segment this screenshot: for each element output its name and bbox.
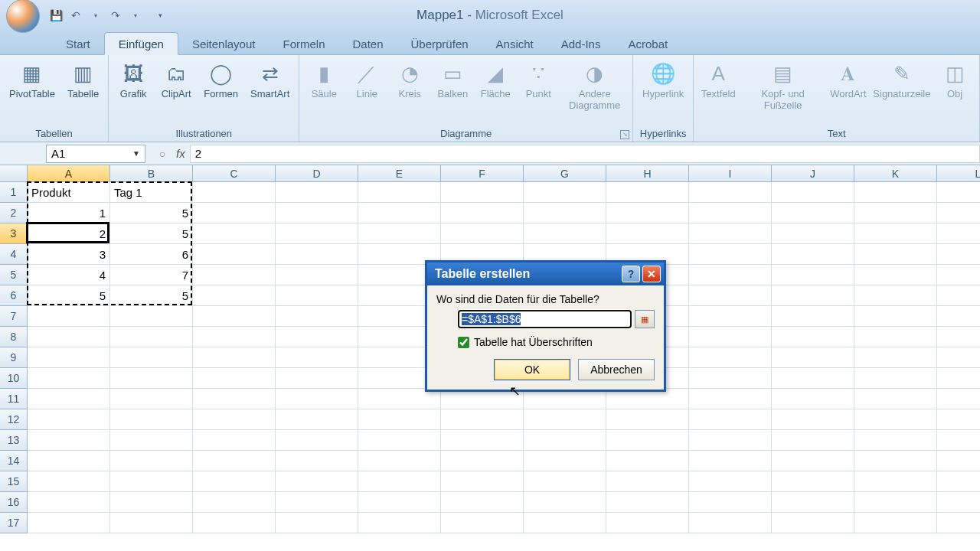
cell-D7[interactable] xyxy=(276,306,358,327)
cell-J2[interactable] xyxy=(772,203,854,223)
cell-D17[interactable] xyxy=(276,513,358,533)
chevron-down-icon[interactable]: ▼ xyxy=(132,149,140,158)
cell-J15[interactable] xyxy=(772,471,854,492)
cell-B11[interactable] xyxy=(110,389,193,409)
cell-H14[interactable] xyxy=(606,451,689,471)
row-header-3[interactable]: 3 xyxy=(0,223,28,244)
cell-L12[interactable] xyxy=(937,409,980,430)
cell-J17[interactable] xyxy=(772,513,854,533)
cell-C17[interactable] xyxy=(193,513,276,533)
cell-A17[interactable] xyxy=(28,513,110,533)
help-icon[interactable]: ? xyxy=(622,266,640,282)
headers-checkbox[interactable] xyxy=(458,337,469,348)
cell-F15[interactable] xyxy=(441,471,524,492)
cell-L13[interactable] xyxy=(937,430,980,451)
cell-J10[interactable] xyxy=(772,368,854,389)
cell-A13[interactable] xyxy=(28,430,110,451)
cell-L17[interactable] xyxy=(937,513,980,533)
cell-E2[interactable] xyxy=(358,203,441,223)
cell-I10[interactable] xyxy=(689,368,772,389)
cell-I3[interactable] xyxy=(689,223,772,244)
cell-H2[interactable] xyxy=(606,203,689,223)
cell-F16[interactable] xyxy=(441,492,524,513)
grafik-button[interactable]: 🖼Grafik xyxy=(113,58,153,102)
row-header-8[interactable]: 8 xyxy=(0,327,28,347)
formula-input[interactable]: 2 xyxy=(190,145,980,163)
cell-L15[interactable] xyxy=(937,471,980,492)
cell-F2[interactable] xyxy=(441,203,524,223)
cell-G15[interactable] xyxy=(524,471,606,492)
tabelle-button[interactable]: ▥Tabelle xyxy=(63,58,103,102)
cell-E15[interactable] xyxy=(358,471,441,492)
cell-G13[interactable] xyxy=(524,430,606,451)
cell-B17[interactable] xyxy=(110,513,193,533)
cell-F1[interactable] xyxy=(441,182,524,203)
cell-E16[interactable] xyxy=(358,492,441,513)
cell-J6[interactable] xyxy=(772,285,854,306)
col-header-A[interactable]: A xyxy=(28,165,110,182)
cell-C3[interactable] xyxy=(193,223,276,244)
cell-D2[interactable] xyxy=(276,203,358,223)
cell-G1[interactable] xyxy=(524,182,606,203)
cell-I16[interactable] xyxy=(689,492,772,513)
cell-E11[interactable] xyxy=(358,389,441,409)
row-header-14[interactable]: 14 xyxy=(0,451,28,471)
cell-D12[interactable] xyxy=(276,409,358,430)
formen-button[interactable]: ◯Formen xyxy=(199,58,243,102)
cell-B6[interactable]: 5 xyxy=(110,285,193,306)
cell-J12[interactable] xyxy=(772,409,854,430)
cell-A3[interactable]: 2 xyxy=(28,223,110,244)
cell-H15[interactable] xyxy=(606,471,689,492)
cell-L1[interactable] xyxy=(937,182,980,203)
cell-A4[interactable]: 3 xyxy=(28,244,110,265)
cell-J3[interactable] xyxy=(772,223,854,244)
cell-I11[interactable] xyxy=(689,389,772,409)
cell-E12[interactable] xyxy=(358,409,441,430)
cell-D5[interactable] xyxy=(276,265,358,285)
cell-C4[interactable] xyxy=(193,244,276,265)
cell-H17[interactable] xyxy=(606,513,689,533)
cell-G17[interactable] xyxy=(524,513,606,533)
row-header-9[interactable]: 9 xyxy=(0,347,28,368)
row-header-6[interactable]: 6 xyxy=(0,285,28,306)
cell-E13[interactable] xyxy=(358,430,441,451)
cell-D1[interactable] xyxy=(276,182,358,203)
cell-I17[interactable] xyxy=(689,513,772,533)
cell-B2[interactable]: 5 xyxy=(110,203,193,223)
row-header-13[interactable]: 13 xyxy=(0,430,28,451)
cell-C14[interactable] xyxy=(193,451,276,471)
cell-G12[interactable] xyxy=(524,409,606,430)
dialog-launcher-icon[interactable]: ↘ xyxy=(620,130,629,139)
cell-I2[interactable] xyxy=(689,203,772,223)
cell-B8[interactable] xyxy=(110,327,193,347)
cell-L10[interactable] xyxy=(937,368,980,389)
cell-G16[interactable] xyxy=(524,492,606,513)
cell-A2[interactable]: 1 xyxy=(28,203,110,223)
tab-seitenlayout[interactable]: Seitenlayout xyxy=(178,33,270,54)
cell-K13[interactable] xyxy=(854,430,937,451)
cell-I9[interactable] xyxy=(689,347,772,368)
row-header-4[interactable]: 4 xyxy=(0,244,28,265)
cell-L4[interactable] xyxy=(937,244,980,265)
cell-L2[interactable] xyxy=(937,203,980,223)
cell-D16[interactable] xyxy=(276,492,358,513)
row-header-17[interactable]: 17 xyxy=(0,513,28,533)
cell-D14[interactable] xyxy=(276,451,358,471)
cell-I5[interactable] xyxy=(689,265,772,285)
cell-L11[interactable] xyxy=(937,389,980,409)
tab-überprüfen[interactable]: Überprüfen xyxy=(397,33,482,54)
cell-F12[interactable] xyxy=(441,409,524,430)
cell-A9[interactable] xyxy=(28,347,110,368)
row-header-11[interactable]: 11 xyxy=(0,389,28,409)
col-header-E[interactable]: E xyxy=(358,165,441,182)
cell-B15[interactable] xyxy=(110,471,193,492)
row-header-5[interactable]: 5 xyxy=(0,265,28,285)
cell-C7[interactable] xyxy=(193,306,276,327)
col-header-I[interactable]: I xyxy=(689,165,772,182)
cell-J4[interactable] xyxy=(772,244,854,265)
cell-J5[interactable] xyxy=(772,265,854,285)
row-header-2[interactable]: 2 xyxy=(0,203,28,223)
cell-K7[interactable] xyxy=(854,306,937,327)
cell-C8[interactable] xyxy=(193,327,276,347)
cell-L14[interactable] xyxy=(937,451,980,471)
